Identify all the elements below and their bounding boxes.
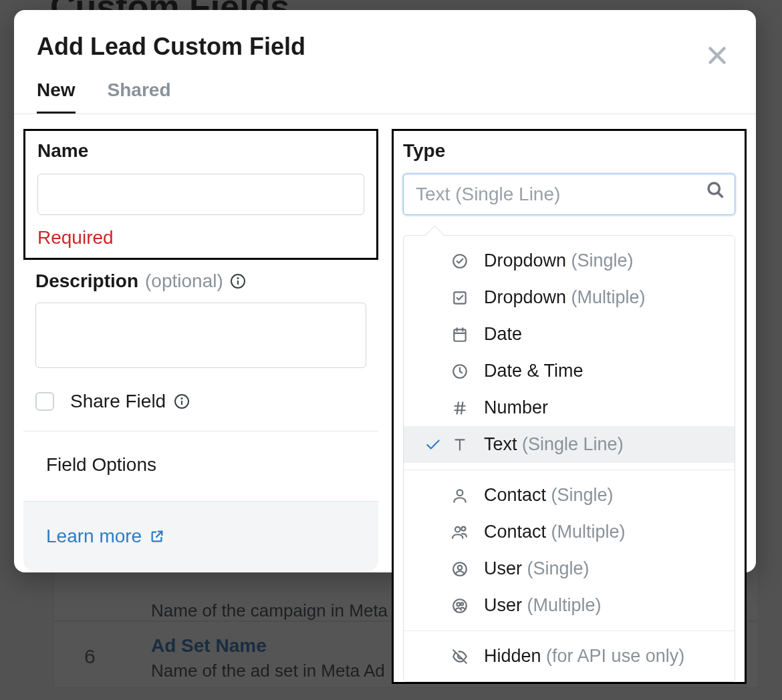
type-option[interactable]: Text (Single Line) <box>404 426 735 463</box>
svg-point-30 <box>461 602 463 605</box>
calendar-icon <box>446 326 473 343</box>
type-option[interactable]: Date & Time <box>404 353 735 389</box>
name-error: Required <box>37 227 364 248</box>
clock-icon <box>446 363 473 380</box>
share-field-row: Share Field <box>23 371 378 431</box>
name-section: Name Required <box>23 129 378 260</box>
modal-title: Add Lead Custom Field <box>37 33 733 61</box>
description-optional: (optional) <box>145 271 223 292</box>
svg-line-19 <box>457 402 459 413</box>
svg-point-29 <box>457 602 460 606</box>
name-input[interactable] <box>37 174 364 215</box>
info-icon[interactable] <box>230 273 246 289</box>
person-icon <box>446 487 473 504</box>
user-circle-icon <box>446 560 473 578</box>
search-icon <box>706 180 725 199</box>
svg-point-24 <box>455 526 461 532</box>
description-section: Description (optional) <box>23 260 378 371</box>
type-option-label: Dropdown (Multiple) <box>484 287 646 308</box>
type-option[interactable]: User (Single) <box>404 550 735 587</box>
close-button[interactable] <box>705 43 729 67</box>
svg-line-9 <box>719 193 723 197</box>
type-option[interactable]: Date <box>404 316 735 353</box>
description-input[interactable] <box>35 303 366 368</box>
type-option-label: Dropdown (Single) <box>484 250 634 271</box>
svg-point-23 <box>457 490 463 496</box>
type-option-label: User (Multiple) <box>484 595 602 616</box>
type-section: Type Dropdown (Single)Dropdown (Multiple… <box>392 129 747 684</box>
type-search-input[interactable] <box>403 174 735 215</box>
users-circle-icon <box>446 597 473 615</box>
circle-check-icon <box>446 252 473 270</box>
info-icon[interactable] <box>174 393 190 409</box>
field-options-heading: Field Options <box>23 431 378 501</box>
type-option-label: Hidden (for API use only) <box>484 646 684 667</box>
tabs: New Shared <box>14 61 756 114</box>
name-label: Name <box>37 140 364 162</box>
type-option-label: Number <box>484 397 548 418</box>
type-dropdown: Dropdown (Single)Dropdown (Multiple)Date… <box>403 235 735 682</box>
text-icon <box>446 436 473 454</box>
learn-more-link[interactable]: Learn more <box>46 526 164 547</box>
share-field-checkbox[interactable] <box>35 392 54 411</box>
square-check-icon <box>446 289 473 307</box>
type-label: Type <box>403 140 735 162</box>
eye-off-icon <box>446 648 473 665</box>
share-field-label: Share Field <box>70 391 166 412</box>
type-option[interactable]: Dropdown (Multiple) <box>404 279 735 316</box>
add-custom-field-modal: Add Lead Custom Field New Shared Name Re… <box>14 10 756 572</box>
type-option[interactable]: Hidden (for API use only) <box>404 638 735 675</box>
type-option-label: Contact (Single) <box>484 485 614 506</box>
svg-point-27 <box>458 565 463 570</box>
type-option[interactable]: Contact (Single) <box>404 477 735 514</box>
svg-point-7 <box>182 398 182 399</box>
svg-line-20 <box>461 402 463 413</box>
type-option[interactable]: Contact (Multiple) <box>404 514 735 550</box>
hash-icon <box>446 399 473 417</box>
tab-shared[interactable]: Shared <box>108 79 171 114</box>
type-option[interactable]: User (Multiple) <box>404 587 735 624</box>
check-icon <box>420 436 446 454</box>
type-option-label: Contact (Multiple) <box>484 522 626 542</box>
description-label: Description <box>35 271 138 292</box>
type-option[interactable]: Number <box>404 389 735 426</box>
svg-rect-12 <box>454 329 465 341</box>
type-option[interactable]: Dropdown (Single) <box>404 242 735 279</box>
tab-new[interactable]: New <box>37 79 76 114</box>
type-option-label: User (Single) <box>484 558 590 579</box>
type-option-label: Date <box>484 324 522 345</box>
people-icon <box>446 524 473 541</box>
type-option-label: Date & Time <box>484 361 583 381</box>
svg-point-4 <box>237 278 238 279</box>
svg-point-25 <box>461 526 465 530</box>
type-option-label: Text (Single Line) <box>484 434 624 455</box>
